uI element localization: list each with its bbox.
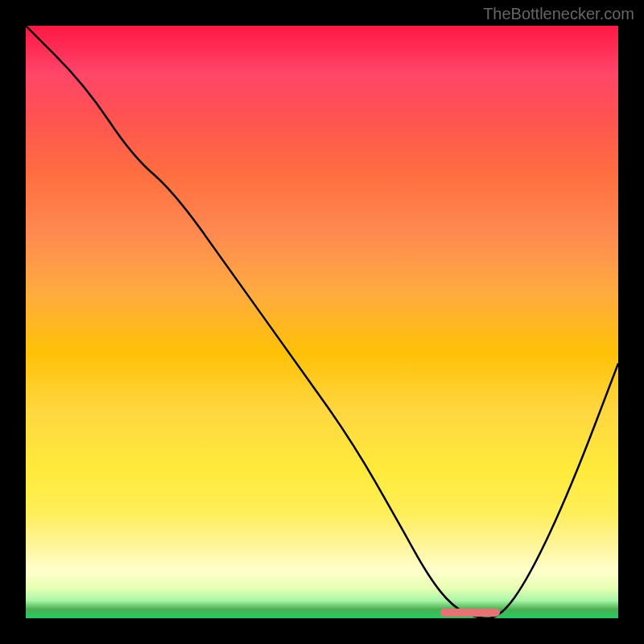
chart-svg bbox=[26, 26, 618, 618]
watermark-text: TheBottlenecker.com bbox=[483, 5, 634, 23]
bottleneck-curve-path bbox=[26, 26, 618, 618]
optimal-range-marker bbox=[440, 609, 500, 617]
